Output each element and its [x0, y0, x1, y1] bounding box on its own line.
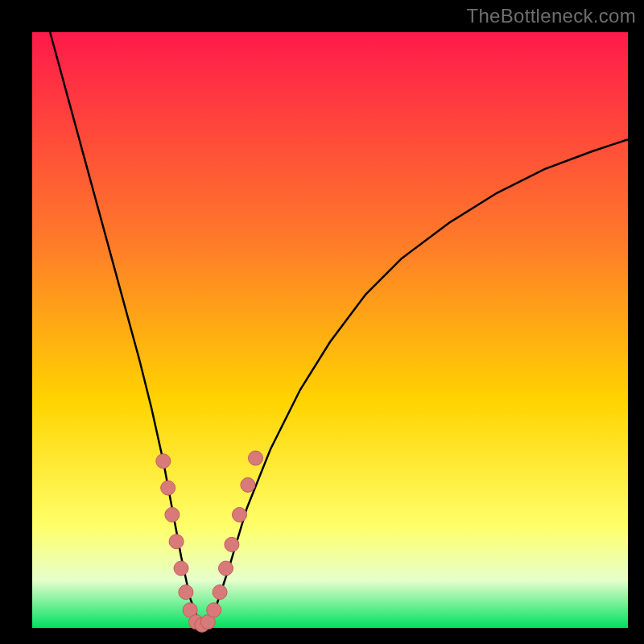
marker-dot — [161, 481, 175, 495]
marker-dot — [213, 585, 227, 600]
marker-dot — [249, 451, 263, 465]
marker-dot — [241, 477, 255, 492]
marker-dot — [225, 537, 239, 551]
marker-dot — [174, 561, 188, 576]
chart-container: { "watermark": "TheBottleneck.com", "col… — [0, 0, 644, 644]
marker-dot — [169, 535, 184, 549]
marker-dot — [233, 507, 247, 522]
watermark-text: TheBottleneck.com — [466, 5, 636, 27]
plot-area — [32, 32, 628, 628]
marker-dot — [179, 585, 193, 600]
chart-svg — [0, 0, 644, 644]
marker-dot — [165, 507, 180, 522]
marker-dot — [207, 603, 221, 617]
marker-dot — [156, 454, 171, 469]
marker-dot — [219, 561, 233, 576]
